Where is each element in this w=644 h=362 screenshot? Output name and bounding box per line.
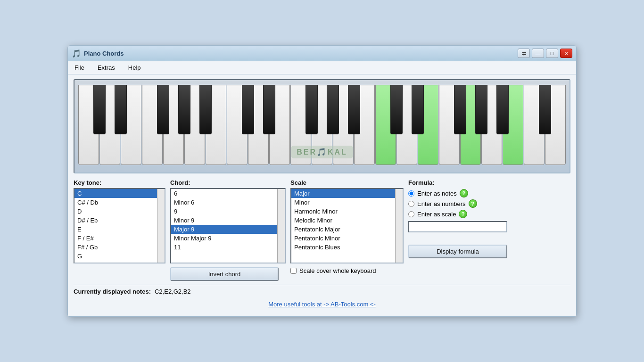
radio-row-notes: Enter as notes ? xyxy=(408,189,517,197)
radio-enter-numbers[interactable] xyxy=(408,201,414,207)
radio-row-scale: Enter as scale ? xyxy=(408,210,517,218)
scale-scrollbar[interactable] xyxy=(395,189,403,263)
formula-input[interactable] xyxy=(408,221,507,232)
restore-button[interactable]: ⇄ xyxy=(518,49,530,58)
controls-row: Key tone: CC# / DbDD# / EbEF / E#F# / Gb… xyxy=(74,179,570,281)
keytone-item[interactable]: D xyxy=(74,207,157,216)
menu-help[interactable]: Help xyxy=(125,63,144,72)
radio-enter-scale[interactable] xyxy=(408,211,414,217)
window-controls: ⇄ — □ ✕ xyxy=(518,49,572,58)
menu-file[interactable]: File xyxy=(72,63,87,72)
chord-item[interactable]: Major 9 xyxy=(171,225,277,234)
black-key[interactable] xyxy=(242,85,254,134)
help-notes-icon[interactable]: ? xyxy=(460,189,468,197)
title-left: 🎵 Piano Chords xyxy=(72,49,124,58)
formula-label: Formula: xyxy=(408,179,517,186)
keytone-section: Key tone: CC# / DbDD# / EbEF / E#F# / Gb… xyxy=(74,179,165,263)
scale-item[interactable]: Pentatonic Minor xyxy=(291,234,395,243)
keytone-item[interactable]: G xyxy=(74,252,157,261)
chord-list[interactable]: 6Minor 69Minor 9Major 9Minor Major 911 xyxy=(171,189,277,263)
chord-list-container: 6Minor 69Minor 9Major 9Minor Major 911 xyxy=(170,188,286,263)
scale-whole-keyboard-checkbox[interactable] xyxy=(290,268,297,274)
keytone-label: Key tone: xyxy=(74,179,165,186)
scale-list[interactable]: MajorMinorHarmonic MinorMelodic MinorPen… xyxy=(291,189,395,263)
black-key[interactable] xyxy=(348,85,360,134)
black-key[interactable] xyxy=(539,85,551,134)
piano-container: BER🎵KAL xyxy=(74,79,570,173)
keytone-item[interactable]: C# / Db xyxy=(74,198,157,207)
footer-link-area: More useful tools at -> AB-Tools.com <- xyxy=(74,298,570,312)
scale-item[interactable]: Melodic Minor xyxy=(291,216,395,225)
black-key[interactable] xyxy=(263,85,275,134)
chord-item[interactable]: 9 xyxy=(171,207,277,216)
keytone-item[interactable]: G# / Ab xyxy=(74,261,157,263)
chord-item[interactable]: Minor 9 xyxy=(171,216,277,225)
black-key[interactable] xyxy=(390,85,403,134)
radio-group: Enter as notes ? Enter as numbers ? Ente… xyxy=(408,189,517,218)
window-title: Piano Chords xyxy=(84,50,124,57)
menu-bar: File Extras Help xyxy=(68,61,576,74)
scale-checkbox-label: Scale cover whole keyboard xyxy=(299,267,376,274)
black-key[interactable] xyxy=(115,85,127,134)
ab-tools-link[interactable]: More useful tools at -> AB-Tools.com <- xyxy=(268,301,376,308)
chord-scrollbar[interactable] xyxy=(277,189,285,263)
scale-item[interactable]: Pentatonic Blues xyxy=(291,243,395,252)
app-icon: 🎵 xyxy=(72,49,81,58)
radio-enter-notes[interactable] xyxy=(408,190,414,197)
scale-list-container: MajorMinorHarmonic MinorMelodic MinorPen… xyxy=(290,188,404,263)
help-numbers-icon[interactable]: ? xyxy=(469,199,477,208)
chord-item[interactable]: 6 xyxy=(171,189,277,198)
formula-section: Formula: Enter as notes ? Enter as numbe… xyxy=(408,179,517,258)
maximize-button[interactable]: □ xyxy=(546,49,558,58)
black-key[interactable] xyxy=(305,85,318,134)
black-key[interactable] xyxy=(496,85,509,134)
black-key[interactable] xyxy=(199,85,212,134)
black-key[interactable] xyxy=(475,85,487,134)
display-formula-button[interactable]: Display formula xyxy=(408,245,507,258)
scale-item[interactable]: Minor xyxy=(291,198,395,207)
keytone-list-container: CC# / DbDD# / EbEF / E#F# / GbGG# / AbA xyxy=(74,188,165,263)
chord-section: Chord: 6Minor 69Minor 9Major 9Minor Majo… xyxy=(170,179,286,281)
keytone-item[interactable]: E xyxy=(74,225,157,234)
scale-item[interactable]: Harmonic Minor xyxy=(291,207,395,216)
menu-extras[interactable]: Extras xyxy=(95,63,118,72)
keytone-item[interactable]: F# / Gb xyxy=(74,243,157,252)
radio-scale-label: Enter as scale xyxy=(417,211,456,218)
invert-chord-button[interactable]: Invert chord xyxy=(170,267,279,281)
keytone-item[interactable]: D# / Eb xyxy=(74,216,157,225)
minimize-button[interactable]: — xyxy=(532,49,544,58)
black-key[interactable] xyxy=(93,85,106,134)
piano-keyboard xyxy=(78,85,566,170)
notes-value: C2,E2,G2,B2 xyxy=(155,288,191,295)
currently-notes-row: Currently displayed notes: C2,E2,G2,B2 xyxy=(74,285,570,298)
black-key[interactable] xyxy=(412,85,424,134)
help-scale-icon[interactable]: ? xyxy=(459,210,467,218)
radio-row-numbers: Enter as numbers ? xyxy=(408,199,517,208)
radio-notes-label: Enter as notes xyxy=(417,190,457,197)
scale-label: Scale xyxy=(290,179,404,186)
black-key[interactable] xyxy=(454,85,466,134)
chord-item[interactable]: Minor Major 9 xyxy=(171,234,277,243)
scale-item[interactable]: Major xyxy=(291,189,395,198)
content-area: BER🎵KAL Key tone: CC# / DbDD# / EbEF / E… xyxy=(68,74,576,316)
keytone-scrollbar[interactable] xyxy=(157,189,165,263)
notes-label: Currently displayed notes: xyxy=(74,288,151,295)
black-key[interactable] xyxy=(327,85,339,134)
black-key[interactable] xyxy=(157,85,169,134)
black-key[interactable] xyxy=(178,85,190,134)
chord-item[interactable]: Minor 6 xyxy=(171,198,277,207)
title-bar: 🎵 Piano Chords ⇄ — □ ✕ xyxy=(68,46,576,61)
chord-label: Chord: xyxy=(170,179,286,186)
keytone-item[interactable]: F / E# xyxy=(74,234,157,243)
main-window: 🎵 Piano Chords ⇄ — □ ✕ File Extras Help … xyxy=(67,45,577,317)
close-button[interactable]: ✕ xyxy=(560,49,572,58)
keytone-item[interactable]: C xyxy=(74,189,157,198)
radio-numbers-label: Enter as numbers xyxy=(417,200,466,207)
chord-item[interactable]: 11 xyxy=(171,243,277,252)
scale-section: Scale MajorMinorHarmonic MinorMelodic Mi… xyxy=(290,179,404,274)
scale-checkbox-row: Scale cover whole keyboard xyxy=(290,267,404,274)
scale-item[interactable]: Pentatonic Major xyxy=(291,225,395,234)
keytone-list[interactable]: CC# / DbDD# / EbEF / E#F# / GbGG# / AbA xyxy=(74,189,157,263)
